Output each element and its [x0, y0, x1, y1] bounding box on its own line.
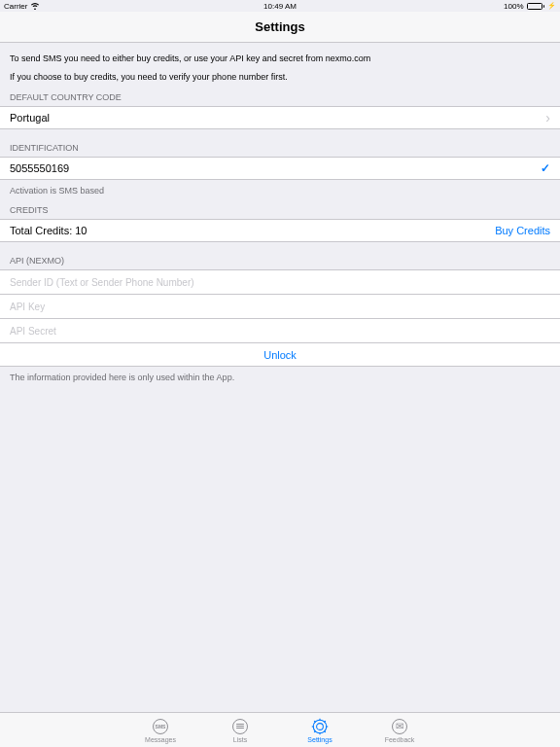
credits-value: Total Credits: 10 — [10, 225, 87, 236]
wifi-icon — [30, 2, 40, 10]
tab-lists-label: Lists — [233, 736, 247, 743]
gear-icon — [311, 718, 329, 735]
unlock-button[interactable]: Unlock — [263, 349, 297, 361]
api-key-input[interactable] — [10, 295, 550, 318]
checkmark-icon: ✓ — [541, 161, 550, 175]
status-right: 100% ⚡ — [504, 2, 556, 11]
envelope-icon — [391, 718, 408, 735]
unlock-row[interactable]: Unlock — [0, 343, 560, 367]
identification-value: 5055550169 — [10, 162, 69, 174]
buy-credits-button[interactable]: Buy Credits — [495, 225, 550, 236]
api-secret-row[interactable] — [0, 319, 560, 343]
chevron-right-icon: › — [545, 110, 550, 125]
credits-header: CREDITS — [0, 201, 560, 219]
tab-settings[interactable]: Settings — [298, 718, 341, 743]
nav-bar: Settings — [0, 12, 560, 43]
status-time: 10:49 AM — [263, 2, 297, 11]
identification-row[interactable]: 5055550169 ✓ — [0, 157, 560, 180]
page-title: Settings — [255, 19, 304, 34]
tab-bar: SMS Messages Lists Settings — [0, 712, 560, 747]
list-icon — [231, 718, 249, 735]
identification-header: IDENTIFICATION — [0, 129, 560, 157]
battery-icon — [527, 3, 545, 10]
svg-point-1 — [317, 723, 324, 729]
info-text-block: To send SMS you need to either buy credi… — [0, 43, 560, 83]
charging-icon: ⚡ — [547, 2, 556, 10]
api-key-row[interactable] — [0, 295, 560, 319]
status-left: Carrier — [4, 2, 40, 11]
settings-content: To send SMS you need to either buy credi… — [0, 43, 560, 712]
info-line-2: If you choose to buy credits, you need t… — [10, 71, 550, 84]
tab-messages-label: Messages — [145, 736, 176, 743]
carrier-label: Carrier — [4, 2, 27, 11]
credits-row: Total Credits: 10 Buy Credits — [0, 219, 560, 242]
default-country-row[interactable]: Portugal › — [0, 106, 560, 129]
tab-messages[interactable]: SMS Messages — [139, 718, 182, 743]
info-line-1: To send SMS you need to either buy credi… — [10, 53, 550, 65]
sender-id-row[interactable] — [0, 269, 560, 295]
api-header: API (NEXMO) — [0, 242, 560, 269]
default-country-header: DEFAULT COUNTRY CODE — [0, 89, 560, 106]
tab-feedback-label: Feedback — [385, 736, 415, 743]
tab-feedback[interactable]: Feedback — [378, 718, 421, 743]
tab-settings-label: Settings — [307, 736, 332, 743]
sms-icon: SMS — [152, 718, 169, 735]
battery-percent: 100% — [504, 2, 523, 11]
tab-lists[interactable]: Lists — [219, 718, 262, 743]
status-bar: Carrier 10:49 AM 100% ⚡ — [0, 0, 560, 12]
default-country-value: Portugal — [10, 112, 50, 124]
privacy-footer: The information provided here is only us… — [0, 367, 560, 388]
api-secret-input[interactable] — [10, 319, 550, 342]
sender-id-input[interactable] — [10, 270, 550, 294]
identification-footer: Activation is SMS based — [0, 180, 560, 201]
